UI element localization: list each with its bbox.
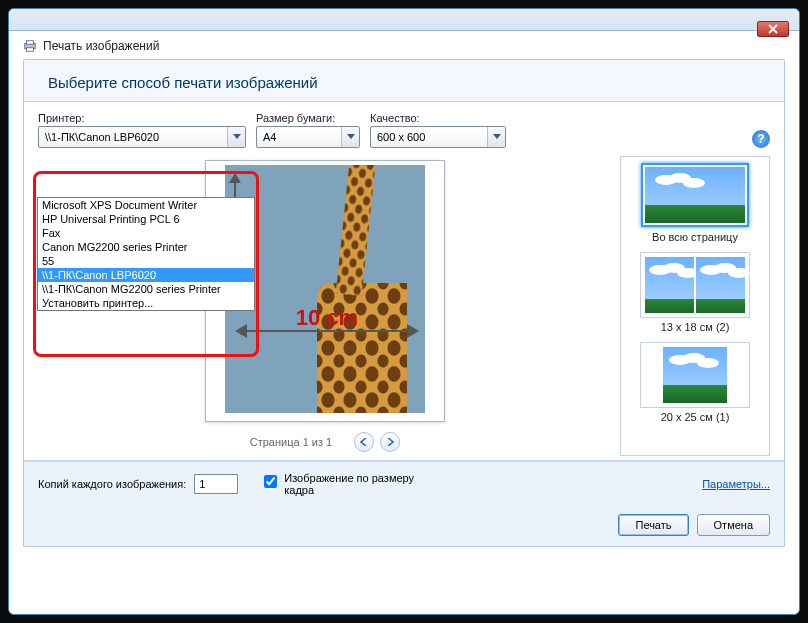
dialog-title-row: Печать изображений: [23, 39, 785, 53]
prev-page-button[interactable]: [354, 432, 374, 452]
layout-label: Во всю страницу: [652, 231, 738, 243]
instruction-text: Выберите способ печати изображений: [24, 60, 784, 101]
help-icon[interactable]: ?: [752, 130, 770, 148]
titlebar: [9, 9, 799, 31]
layout-label: 13 x 18 см (2): [661, 321, 730, 333]
printer-label: Принтер:: [38, 112, 246, 124]
layout-20x25[interactable]: 20 x 25 см (1): [625, 343, 765, 423]
chevron-down-icon: [227, 127, 245, 147]
printer-selected: \\1-ПК\Canon LBP6020: [45, 131, 159, 143]
printer-icon: [23, 39, 37, 53]
dim-horizontal: 10 cm: [237, 321, 417, 341]
print-dialog: Печать изображений Выберите способ печат…: [8, 8, 800, 615]
preview-photo: 13 10 cm: [225, 165, 425, 413]
settings-link[interactable]: Параметры...: [702, 478, 770, 490]
quality-combobox[interactable]: 600 x 600: [370, 126, 506, 148]
printer-dropdown-list[interactable]: Microsoft XPS Document Writer HP Univers…: [37, 197, 255, 311]
fit-frame-checkbox[interactable]: [264, 475, 277, 488]
layout-label: 20 x 25 см (1): [661, 411, 730, 423]
next-page-button[interactable]: [380, 432, 400, 452]
layout-13x18[interactable]: 13 x 18 см (2): [625, 253, 765, 333]
svg-rect-2: [27, 48, 34, 52]
chevron-down-icon: [487, 127, 505, 147]
printer-option[interactable]: Установить принтер...: [38, 296, 254, 310]
paper-size-selected: A4: [263, 131, 276, 143]
footer-row: Копий каждого изображения: Изображение п…: [24, 461, 784, 506]
paper-size-label: Размер бумаги:: [256, 112, 360, 124]
print-button[interactable]: Печать: [618, 514, 688, 536]
svg-rect-1: [27, 41, 34, 45]
copies-input[interactable]: [194, 474, 238, 494]
chevron-left-icon: [360, 438, 368, 446]
dialog-title: Печать изображений: [43, 39, 159, 53]
fit-frame-label: Изображение по размеру кадра: [284, 472, 420, 496]
printer-combobox[interactable]: \\1-ПК\Canon LBP6020: [38, 126, 246, 148]
layout-full-page[interactable]: Во всю страницу: [625, 163, 765, 243]
copies-label: Копий каждого изображения:: [38, 478, 186, 490]
chevron-right-icon: [386, 438, 394, 446]
cancel-button[interactable]: Отмена: [697, 514, 770, 536]
pager-text: Страница 1 из 1: [250, 436, 332, 448]
printer-option[interactable]: HP Universal Printing PCL 6: [38, 212, 254, 226]
printer-option[interactable]: Microsoft XPS Document Writer: [38, 198, 254, 212]
printer-option[interactable]: Fax: [38, 226, 254, 240]
quality-label: Качество:: [370, 112, 506, 124]
chevron-down-icon: [341, 127, 359, 147]
printer-option[interactable]: Canon MG2200 series Printer: [38, 240, 254, 254]
quality-selected: 600 x 600: [377, 131, 425, 143]
printer-option[interactable]: 55: [38, 254, 254, 268]
printer-option-selected[interactable]: \\1-ПК\Canon LBP6020: [38, 268, 254, 282]
printer-option[interactable]: \\1-ПК\Canon MG2200 series Printer: [38, 282, 254, 296]
layouts-panel[interactable]: Во всю страницу 13 x 18 см (2) 20 x 25 с…: [620, 156, 770, 456]
paper-size-combobox[interactable]: A4: [256, 126, 360, 148]
